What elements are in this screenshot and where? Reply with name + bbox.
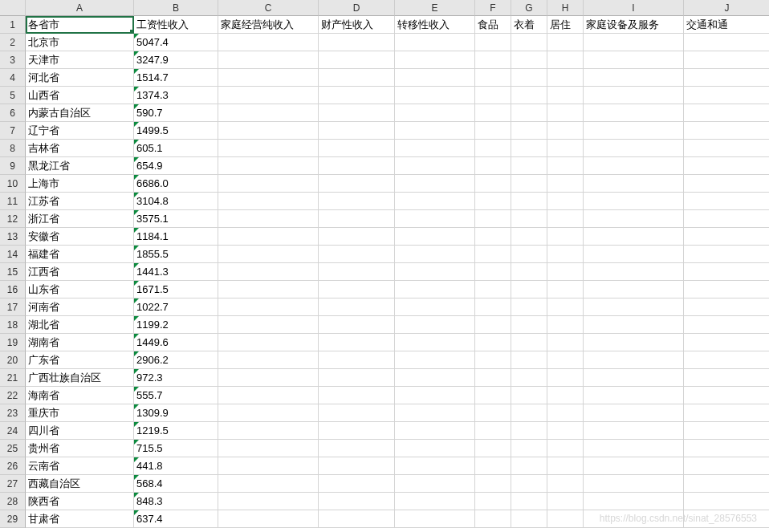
cell-C2[interactable] (218, 34, 319, 51)
cell-I9[interactable] (584, 157, 684, 175)
row-header-25[interactable]: 25 (0, 440, 26, 457)
row-header-18[interactable]: 18 (0, 316, 26, 334)
cell-G8[interactable] (511, 140, 547, 157)
cell-G27[interactable] (511, 475, 547, 493)
cell-B25[interactable]: 715.5 (134, 440, 218, 457)
cell-J1[interactable]: 交通和通 (684, 16, 769, 34)
cell-I17[interactable] (584, 298, 684, 316)
cell-J7[interactable] (684, 122, 769, 140)
cell-I24[interactable] (584, 422, 684, 440)
cell-H13[interactable] (547, 228, 584, 246)
cell-A7[interactable]: 辽宁省 (26, 122, 134, 140)
cell-B16[interactable]: 1671.5 (134, 281, 218, 298)
cell-B19[interactable]: 1449.6 (134, 334, 218, 351)
cell-D8[interactable] (319, 140, 395, 157)
cell-B3[interactable]: 3247.9 (134, 51, 218, 69)
row-header-12[interactable]: 12 (0, 210, 26, 228)
col-header-A[interactable]: A (26, 0, 134, 16)
row-header-29[interactable]: 29 (0, 510, 26, 528)
cell-D7[interactable] (319, 122, 395, 140)
cell-D13[interactable] (319, 228, 395, 246)
cell-C26[interactable] (218, 457, 319, 475)
cell-I3[interactable] (584, 51, 684, 69)
cell-E11[interactable] (395, 193, 475, 210)
cell-C29[interactable] (218, 510, 319, 528)
cell-J25[interactable] (684, 440, 769, 457)
cell-D20[interactable] (319, 351, 395, 369)
cell-I23[interactable] (584, 404, 684, 422)
cell-J5[interactable] (684, 87, 769, 104)
cell-G9[interactable] (511, 157, 547, 175)
cell-I2[interactable] (584, 34, 684, 51)
cell-I27[interactable] (584, 475, 684, 493)
cell-F5[interactable] (475, 87, 511, 104)
cell-H14[interactable] (547, 246, 584, 263)
cell-G11[interactable] (511, 193, 547, 210)
cell-H18[interactable] (547, 316, 584, 334)
cell-I19[interactable] (584, 334, 684, 351)
cell-F14[interactable] (475, 246, 511, 263)
cell-J27[interactable] (684, 475, 769, 493)
cell-E17[interactable] (395, 298, 475, 316)
cell-G29[interactable] (511, 510, 547, 528)
cell-F3[interactable] (475, 51, 511, 69)
cell-H12[interactable] (547, 210, 584, 228)
cell-E15[interactable] (395, 263, 475, 281)
cell-D29[interactable] (319, 510, 395, 528)
cell-A17[interactable]: 河南省 (26, 298, 134, 316)
cell-B27[interactable]: 568.4 (134, 475, 218, 493)
cell-F25[interactable] (475, 440, 511, 457)
select-all-corner[interactable] (0, 0, 26, 16)
cell-B21[interactable]: 972.3 (134, 369, 218, 387)
row-header-26[interactable]: 26 (0, 457, 26, 475)
cell-D11[interactable] (319, 193, 395, 210)
cell-J12[interactable] (684, 210, 769, 228)
cell-J20[interactable] (684, 351, 769, 369)
cell-A10[interactable]: 上海市 (26, 175, 134, 193)
cell-I29[interactable] (584, 510, 684, 528)
cell-F13[interactable] (475, 228, 511, 246)
cell-E9[interactable] (395, 157, 475, 175)
cell-D26[interactable] (319, 457, 395, 475)
cell-A20[interactable]: 广东省 (26, 351, 134, 369)
cell-E13[interactable] (395, 228, 475, 246)
cell-J17[interactable] (684, 298, 769, 316)
col-header-J[interactable]: J (684, 0, 769, 16)
cell-J28[interactable] (684, 493, 769, 510)
cell-G1[interactable]: 衣着 (511, 16, 547, 34)
cell-D10[interactable] (319, 175, 395, 193)
cell-D19[interactable] (319, 334, 395, 351)
cell-A2[interactable]: 北京市 (26, 34, 134, 51)
cell-G3[interactable] (511, 51, 547, 69)
cell-F21[interactable] (475, 369, 511, 387)
cell-B1[interactable]: 工资性收入 (134, 16, 218, 34)
cell-I5[interactable] (584, 87, 684, 104)
cell-A26[interactable]: 云南省 (26, 457, 134, 475)
cell-E14[interactable] (395, 246, 475, 263)
cell-D5[interactable] (319, 87, 395, 104)
cell-D14[interactable] (319, 246, 395, 263)
cell-H11[interactable] (547, 193, 584, 210)
cell-G2[interactable] (511, 34, 547, 51)
cell-B17[interactable]: 1022.7 (134, 298, 218, 316)
cell-F15[interactable] (475, 263, 511, 281)
cell-I20[interactable] (584, 351, 684, 369)
cell-G17[interactable] (511, 298, 547, 316)
cell-I21[interactable] (584, 369, 684, 387)
cell-J8[interactable] (684, 140, 769, 157)
cell-B8[interactable]: 605.1 (134, 140, 218, 157)
cell-G24[interactable] (511, 422, 547, 440)
cell-F23[interactable] (475, 404, 511, 422)
cell-F20[interactable] (475, 351, 511, 369)
cell-G19[interactable] (511, 334, 547, 351)
cell-C8[interactable] (218, 140, 319, 157)
cell-G20[interactable] (511, 351, 547, 369)
cell-A19[interactable]: 湖南省 (26, 334, 134, 351)
cell-F17[interactable] (475, 298, 511, 316)
col-header-D[interactable]: D (319, 0, 395, 16)
cell-G10[interactable] (511, 175, 547, 193)
row-header-14[interactable]: 14 (0, 246, 26, 263)
cell-H9[interactable] (547, 157, 584, 175)
cell-H10[interactable] (547, 175, 584, 193)
row-header-22[interactable]: 22 (0, 387, 26, 404)
